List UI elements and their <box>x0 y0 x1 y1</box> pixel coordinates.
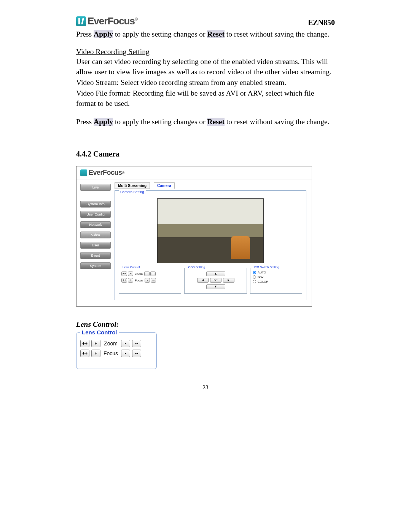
video-recording-para-1: User can set video recording by selectin… <box>76 57 335 77</box>
icr-auto-radio[interactable] <box>253 271 256 274</box>
sidebar-item-network[interactable]: Network <box>80 221 111 228</box>
icr-bw-radio[interactable] <box>253 275 256 279</box>
video-recording-para-3: Video File format: Recording file will b… <box>76 88 335 109</box>
zoom-label: Zoom <box>135 272 142 276</box>
camera-ui-screenshot: EverFocus® Live System Info User Config … <box>76 166 312 307</box>
osd-left-button[interactable]: ◄ <box>197 278 209 283</box>
page-header: EverFocus® EZN850 <box>76 15 335 27</box>
icr-color-radio[interactable] <box>253 280 256 283</box>
focus-label: Focus <box>102 350 119 356</box>
focus-in-button[interactable]: + <box>91 350 100 357</box>
zoom-in-button[interactable]: + <box>91 340 100 347</box>
sidebar-item-user-config[interactable]: User Config <box>80 211 111 218</box>
lens-control-heading: Lens Control: <box>76 320 335 329</box>
video-recording-heading: Video Recording Setting <box>76 48 150 56</box>
zoom-in-fast-button[interactable]: ++ <box>80 340 89 347</box>
focus-out-fast-button[interactable]: -- <box>151 278 156 283</box>
icr-bw-option[interactable]: B/W <box>253 275 299 279</box>
osd-setting-panel: OSD Setting ▲ ◄ Set ► ▼ <box>184 268 247 294</box>
page-number: 23 <box>76 384 335 391</box>
icr-switch-panel: ICR Switch Setting AUTO B/W <box>250 268 302 294</box>
sidebar-item-video[interactable]: Video <box>80 232 111 238</box>
osd-up-button[interactable]: ▲ <box>206 272 225 276</box>
camera-setting-label: Camera Setting <box>119 190 146 194</box>
everfocus-logo-icon <box>76 16 86 26</box>
live-video-preview <box>157 198 264 263</box>
focus-label: Focus <box>135 279 143 282</box>
osd-right-button[interactable]: ► <box>223 278 234 283</box>
focus-in-fast-button[interactable]: ++ <box>80 350 89 357</box>
lens-control-panel: Lens Control ++ + Zoom - -- ++ + Focus -… <box>76 332 157 369</box>
zoom-in-fast-button[interactable]: ++ <box>121 272 127 276</box>
focus-in-fast-button[interactable]: ++ <box>121 278 127 283</box>
sidebar-item-event[interactable]: Event <box>80 252 111 259</box>
tab-camera[interactable]: Camera <box>154 182 175 189</box>
ss-tabs: Multi Streaming Camera <box>115 182 306 189</box>
sidebar-item-user[interactable]: User <box>80 242 111 249</box>
sidebar-item-system-info[interactable]: System Info <box>80 201 111 208</box>
icr-color-option[interactable]: COLOR <box>253 280 299 283</box>
video-recording-section: Video Recording Setting User can set vid… <box>76 48 335 109</box>
focus-in-button[interactable]: + <box>128 278 133 283</box>
focus-out-button[interactable]: - <box>145 278 150 283</box>
focus-out-fast-button[interactable]: -- <box>132 350 141 357</box>
zoom-label: Zoom <box>102 340 119 347</box>
focus-out-button[interactable]: - <box>121 350 130 357</box>
tab-multi-streaming[interactable]: Multi Streaming <box>115 182 150 189</box>
apply-reset-note-2: Press Apply to apply the setting changes… <box>76 117 335 127</box>
sidebar-item-system[interactable]: System <box>80 262 111 269</box>
lens-control-panel-sm: Lens Control ++ + Zoom - -- ++ + <box>119 268 181 294</box>
zoom-out-fast-button[interactable]: -- <box>132 340 141 347</box>
ss-brand: EverFocus <box>89 169 122 177</box>
camera-setting-panel: Camera Setting Lens Control ++ + Zoom - … <box>115 190 306 300</box>
zoom-out-button[interactable]: - <box>144 272 150 276</box>
brand-text: EverFocus® <box>88 15 137 27</box>
ss-header: EverFocus® <box>76 166 312 179</box>
everfocus-logo-icon <box>80 169 87 176</box>
lens-control-title: Lens Control <box>80 329 119 335</box>
icr-auto-option[interactable]: AUTO <box>253 271 299 274</box>
sidebar-item-live[interactable]: Live <box>80 184 111 191</box>
brand-logo: EverFocus® <box>76 15 137 27</box>
section-4-4-2-heading: 4.4.2 Camera <box>76 150 335 158</box>
osd-down-button[interactable]: ▼ <box>206 284 225 289</box>
video-recording-para-2: Video Stream: Select video recording str… <box>76 78 335 88</box>
zoom-out-fast-button[interactable]: -- <box>150 272 156 276</box>
zoom-in-button[interactable]: + <box>128 272 133 276</box>
ss-sidebar: Live System Info User Config Network Vid… <box>76 179 115 306</box>
model-id: EZN850 <box>308 18 335 27</box>
zoom-out-button[interactable]: - <box>121 340 130 347</box>
osd-set-button[interactable]: Set <box>210 278 221 283</box>
apply-reset-note-1: Press Apply to apply the setting changes… <box>76 29 335 39</box>
